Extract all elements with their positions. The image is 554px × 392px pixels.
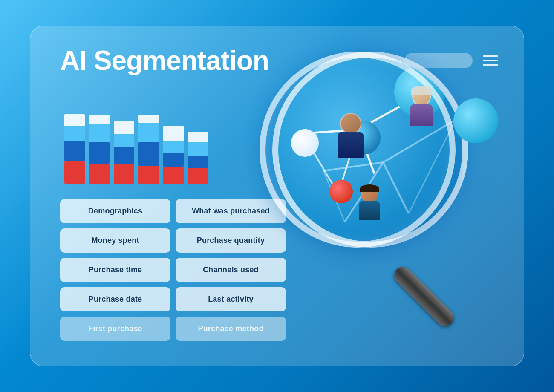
bar-segment-red (138, 166, 159, 184)
magnifier (260, 52, 481, 299)
bar-segment-lightblue (64, 126, 85, 141)
bar-segment-red (89, 164, 110, 184)
bar-segment-lightblue (188, 142, 208, 156)
bar-segment-blue (89, 142, 110, 164)
avatar-old-woman (410, 87, 433, 126)
bar-segment-white (64, 114, 85, 126)
bar-segment-blue (163, 153, 184, 167)
main-card: AI Segmentation DemographicsWhat was pur… (30, 26, 524, 366)
bar-segment-red (188, 168, 208, 184)
bar-segment-blue (64, 141, 85, 161)
node-white-inner (291, 129, 319, 157)
bar-segment-white (89, 115, 110, 124)
bar-group (114, 121, 134, 184)
bar-segment-white (138, 115, 159, 123)
bar-segment-blue (114, 147, 134, 164)
bar-group (188, 132, 208, 184)
bar-segment-lightblue (89, 124, 110, 142)
bar-group (138, 115, 159, 184)
bar-segment-red (163, 167, 184, 184)
tag-button-money-spent[interactable]: Money spent (60, 228, 170, 253)
bar-group (163, 126, 184, 184)
right-panel (242, 26, 524, 366)
node-red-inner (329, 180, 353, 203)
avatar-man (338, 113, 364, 158)
avatar-old-woman-hair (411, 86, 432, 95)
bar-segment-white (188, 132, 208, 142)
tag-button-first-purchase[interactable]: First purchase (60, 317, 170, 341)
bar-segment-white (163, 126, 184, 141)
bar-segment-red (114, 164, 134, 184)
bar-segment-lightblue (163, 141, 184, 153)
bar-segment-red (64, 161, 85, 184)
avatar-young-woman (359, 185, 380, 220)
tag-button-purchase-time[interactable]: Purchase time (60, 258, 170, 282)
tag-button-purchase-date[interactable]: Purchase date (60, 287, 170, 311)
avatar-man-head (340, 113, 361, 134)
avatar-man-body (338, 132, 364, 158)
bar-group (64, 114, 85, 184)
tag-button-demographics[interactable]: Demographics (60, 199, 170, 223)
avatar-young-woman-body (359, 201, 380, 220)
bar-group (89, 115, 110, 184)
avatar-young-woman-hair (360, 184, 379, 192)
avatar-old-woman-body (410, 104, 433, 126)
bar-segment-blue (138, 142, 159, 166)
bar-segment-lightblue (114, 134, 134, 147)
bar-segment-blue (188, 156, 208, 168)
page-title: AI Segmentation (60, 45, 269, 76)
magnifier-lens (272, 52, 468, 248)
outer-node-top-teal (453, 98, 498, 143)
bar-segment-white (114, 121, 134, 134)
bar-segment-lightblue (138, 123, 159, 142)
